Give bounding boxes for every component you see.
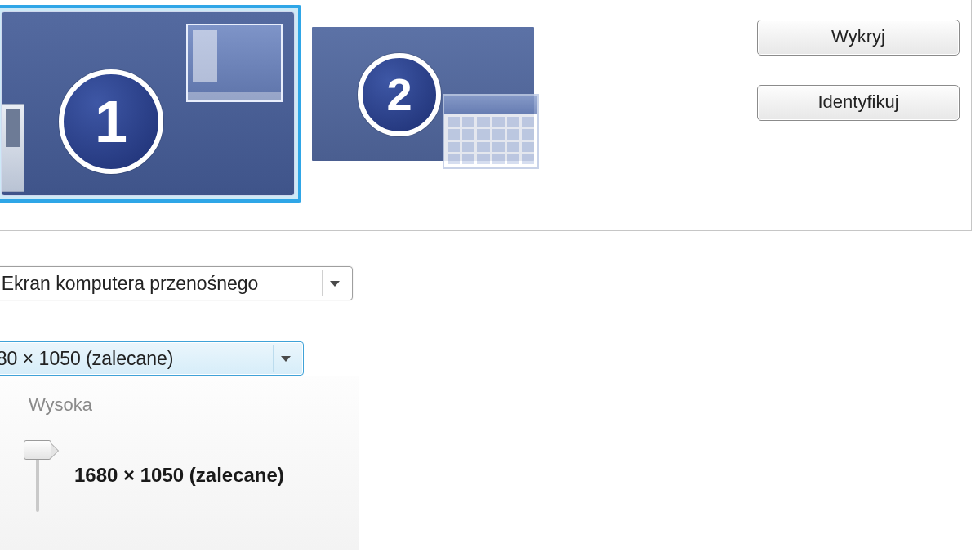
detect-button[interactable]: Wykryj xyxy=(757,20,960,56)
display-settings-fragment: 1 2 Wykryj Identyfikuj . Ekran komputera… xyxy=(0,0,980,552)
resolution-slider[interactable] xyxy=(24,438,51,512)
resolution-select[interactable]: 680 × 1050 (zalecane) xyxy=(0,341,304,376)
chevron-down-icon xyxy=(322,270,347,296)
monitor-1[interactable]: 1 xyxy=(1,11,295,196)
slider-thumb[interactable] xyxy=(24,440,51,460)
chevron-down-icon xyxy=(273,345,298,372)
display-select[interactable]: . Ekran komputera przenośnego xyxy=(0,266,353,300)
display-select-value: . Ekran komputera przenośnego xyxy=(0,273,258,295)
resolution-slider-popup: Wysoka 1680 × 1050 (zalecane) xyxy=(0,376,359,550)
monitor-number-badge: 2 xyxy=(358,53,441,136)
identify-button[interactable]: Identyfikuj xyxy=(757,85,960,121)
desktop-preview-icon xyxy=(186,24,283,102)
resolution-current-label: 1680 × 1050 (zalecane) xyxy=(74,464,284,487)
monitor-number-badge: 1 xyxy=(59,69,163,174)
resolution-section-label: Wysoka xyxy=(29,394,342,416)
side-buttons: Wykryj Identyfikuj xyxy=(757,20,960,121)
monitor-2[interactable]: 2 xyxy=(310,24,537,163)
monitor-arrangement-panel[interactable]: 1 2 Wykryj Identyfikuj xyxy=(0,0,972,231)
resolution-select-value: 680 × 1050 (zalecane) xyxy=(0,348,174,370)
gadget-sliver-icon xyxy=(2,104,24,192)
calendar-preview-icon xyxy=(443,94,539,169)
